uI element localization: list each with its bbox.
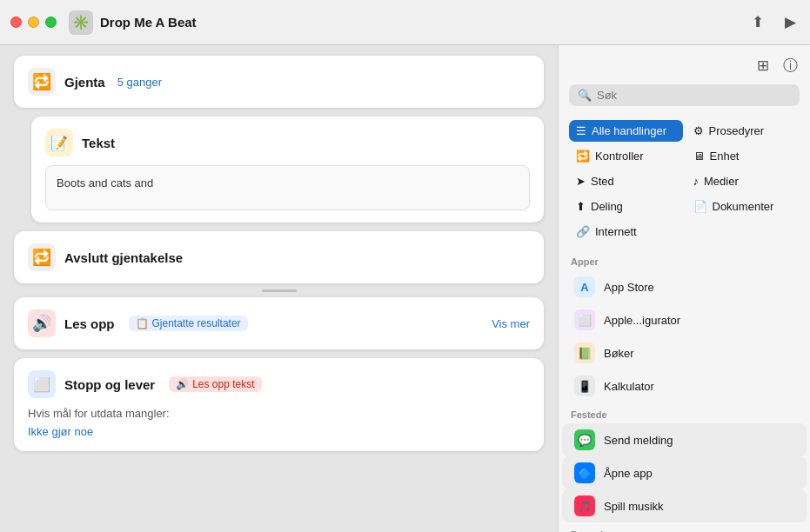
cat-enhet-icon: 🖥 [693,150,705,163]
avslutt-card: 🔁 Avslutt gjentakelse [14,231,544,283]
tekst-content-text: Boots and cats and [57,176,153,190]
cat-dokumenter[interactable]: 📄 Dokumenter [686,196,800,217]
sidebar-item-kalkulator[interactable]: 📱 Kalkulator [562,369,807,402]
apne-app-icon: 🔷 [574,462,595,483]
sidebar-item-spill-musikk[interactable]: 🎵 Spill musikk [562,489,807,522]
avslutt-title: Avslutt gjentakelse [64,250,183,265]
apple-igurator-icon: ⬜ [574,309,595,330]
cat-internett-icon: 🔗 [576,225,590,238]
cat-prosedyrer[interactable]: ⚙ Prosedyrer [686,120,800,142]
cat-sted-label: Sted [591,175,614,188]
cat-deling-label: Deling [591,200,623,213]
stopp-label: Hvis mål for utdata mangler: [28,407,530,420]
gjenta-header: 🔁 Gjenta 5 ganger [28,68,530,96]
apne-app-label: Åpne app [604,467,653,480]
sidebar-item-apple-igurator[interactable]: ⬜ Apple...igurator [562,303,807,336]
cat-dokumenter-icon: 📄 [693,200,707,213]
sidebar-info-button[interactable]: ⓘ [781,54,800,77]
cat-enhet-label: Enhet [710,150,740,163]
cat-dokumenter-label: Dokumenter [713,200,774,213]
les-opp-title: Les opp [64,316,115,331]
titlebar-actions: ⬆ ▶ [748,10,800,35]
tekst-header: 📝 Tekst [45,129,530,156]
sidebar: ⊞ ⓘ 🔍 ☰ Alle handlinger ⚙ Prosedyrer 🔁 K… [558,45,810,532]
tekst-icon: 📝 [45,129,73,156]
titlebar: ✳️ Drop Me A Beat ⬆ ▶ [0,0,810,45]
cat-alle-label: Alle handlinger [592,124,666,137]
section-prosedyrer-label: Prosedyrer [559,522,810,532]
traffic-lights [10,17,57,28]
share-button[interactable]: ⬆ [748,10,767,35]
spill-musikk-label: Spill musikk [604,500,664,513]
section-apper-label: Apper [559,249,810,270]
les-opp-icon: 🔊 [28,309,56,337]
sidebar-item-apne-app[interactable]: 🔷 Åpne app [562,456,807,489]
close-button[interactable] [10,17,22,28]
sidebar-top: ⊞ ⓘ 🔍 [559,45,810,113]
stopp-badge: 🔊 Les opp tekst [169,376,261,392]
stopp-badge-text: Les opp tekst [192,378,254,390]
cat-kontroller[interactable]: 🔁 Kontroller [569,145,683,167]
stopp-badge-icon: 🔊 [176,378,189,390]
stopp-action-link[interactable]: Ikke gjør noe [28,425,93,438]
panel-resizer[interactable] [14,289,544,292]
avslutt-header: 🔁 Avslutt gjentakelse [28,243,530,271]
send-melding-icon: 💬 [574,429,595,450]
cat-prosedyrer-icon: ⚙ [693,124,704,137]
play-icon: ▶ [785,13,796,31]
sidebar-item-send-melding[interactable]: 💬 Send melding [562,423,807,456]
gjenta-icon: 🔁 [28,68,56,96]
minimize-button[interactable] [28,17,39,28]
cat-deling[interactable]: ⬆ Deling [569,196,683,217]
cat-sted-icon: ➤ [576,175,586,188]
cat-sted[interactable]: ➤ Sted [569,170,683,192]
gjenta-badge: 5 ganger [117,76,162,89]
sidebar-add-button[interactable]: ⊞ [755,54,771,77]
tekst-content-box[interactable]: Boots and cats and [45,165,530,210]
tekst-card: 📝 Tekst Boots and cats and [31,116,544,223]
sidebar-topbar: ⊞ ⓘ [569,54,800,77]
sidebar-item-boker[interactable]: 📗 Bøker [562,336,807,369]
workflow-panel: 🔁 Gjenta 5 ganger 📝 Tekst Boots and cats… [0,45,558,532]
play-button[interactable]: ▶ [781,10,800,35]
cat-internett-label: Internett [595,225,637,238]
cat-kontroller-label: Kontroller [595,150,644,163]
app-icon: ✳️ [69,10,93,35]
search-input[interactable] [597,89,791,102]
sidebar-item-app-store[interactable]: A App Store [562,270,807,303]
cat-enhet[interactable]: 🖥 Enhet [686,145,800,167]
stopp-card: ⬜ Stopp og lever 🔊 Les opp tekst Hvis må… [14,358,544,451]
share-icon: ⬆ [752,13,764,31]
apple-igurator-label: Apple...igurator [604,314,680,327]
cat-medier[interactable]: ♪ Medier [686,170,800,192]
stopp-header: ⬜ Stopp og lever 🔊 Les opp tekst [28,370,530,398]
app-store-icon: A [574,276,595,297]
cat-alle-icon: ☰ [576,124,586,137]
fullscreen-button[interactable] [45,17,57,28]
send-melding-label: Send melding [604,434,673,447]
stopp-body: Hvis mål for utdata mangler: Ikke gjør n… [28,407,530,439]
cat-alle-handlinger[interactable]: ☰ Alle handlinger [569,120,683,142]
stopp-title: Stopp og lever [64,377,155,392]
tekst-title: Tekst [82,136,115,150]
section-festede-label: Festede [559,402,810,423]
les-opp-badge-icon: 📋 [136,317,149,329]
category-grid: ☰ Alle handlinger ⚙ Prosedyrer 🔁 Kontrol… [559,113,810,249]
search-icon: 🔍 [578,89,592,102]
search-bar: 🔍 [569,84,800,106]
kalkulator-icon: 📱 [574,376,595,396]
avslutt-icon: 🔁 [28,243,56,271]
sidebar-list: Apper A App Store ⬜ Apple...igurator 📗 B… [559,249,810,532]
boker-label: Bøker [604,347,634,360]
boker-icon: 📗 [574,342,595,363]
cat-kontroller-icon: 🔁 [576,150,590,163]
vis-mer-button[interactable]: Vis mer [492,317,530,330]
app-store-label: App Store [604,281,654,294]
les-opp-badge-text: Gjentatte resultater [152,317,241,329]
gjenta-card: 🔁 Gjenta 5 ganger [14,56,544,108]
cat-internett[interactable]: 🔗 Internett [569,221,683,243]
cat-deling-icon: ⬆ [576,200,586,213]
les-opp-header: 🔊 Les opp 📋 Gjentatte resultater Vis mer [28,309,530,337]
les-opp-card: 🔊 Les opp 📋 Gjentatte resultater Vis mer [14,297,544,349]
spill-musikk-icon: 🎵 [574,495,595,516]
